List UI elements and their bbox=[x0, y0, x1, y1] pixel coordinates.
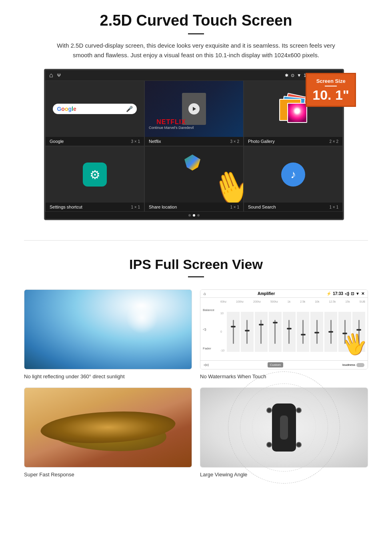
features-grid: No light reflecting under 360° direct su… bbox=[24, 289, 368, 478]
amp-title: Amplifier bbox=[258, 291, 275, 296]
google-bg: Google 🎤 bbox=[46, 81, 144, 137]
share-tile-label: Share location 1 × 1 bbox=[145, 203, 243, 211]
netflix-brand: NETFLIX bbox=[149, 118, 194, 126]
sound-app-name: Sound Search bbox=[248, 205, 276, 209]
car-body bbox=[272, 403, 296, 452]
gallery-tile-label: Photo Gallery 2 × 2 bbox=[244, 137, 342, 146]
car-wheel-rear-right bbox=[296, 442, 302, 448]
netflix-logo-area: NETFLIX Continue Marvel's Daredevil bbox=[149, 118, 194, 130]
settings-icon-circle: ⚙ bbox=[83, 163, 107, 187]
status-bar: ⌂ Ψ ✱ ⊙ ▼ 15:06 ⊡ ◁) ⊠ □ bbox=[45, 70, 343, 80]
maps-icon-wrapper bbox=[184, 155, 200, 171]
dot-2[interactable] bbox=[193, 214, 195, 217]
amp-custom-button[interactable]: Custom bbox=[268, 362, 284, 367]
car-top-view bbox=[268, 399, 300, 456]
amp-home-icon: ⌂ bbox=[204, 291, 206, 296]
amp-label-vol: ◁) bbox=[203, 327, 219, 331]
sound-app-size: 1 × 1 bbox=[329, 205, 338, 209]
settings-tile[interactable]: ⚙ Settings shortcut 1 × 1 bbox=[45, 146, 144, 212]
share-app-size: 1 × 1 bbox=[230, 205, 239, 209]
amplifier-image-box: ⌂ Amplifier ⚡ 17:33 ◁) ⊡ ▼ ✕ bbox=[200, 289, 368, 369]
sunlight-caption: No light reflecting under 360° direct su… bbox=[24, 373, 192, 379]
pagination-dots bbox=[45, 212, 343, 219]
sunlight-flare bbox=[126, 302, 158, 334]
mic-icon[interactable]: 🎤 bbox=[126, 106, 133, 112]
netflix-app-name: Netflix bbox=[149, 139, 161, 144]
amp-vol-icon: ◁) bbox=[345, 291, 349, 296]
amp-label-balance: Balance bbox=[203, 308, 219, 312]
netflix-sub: Continue Marvel's Daredevil bbox=[149, 126, 194, 130]
sound-tile-inner: ♪ bbox=[244, 147, 342, 203]
settings-app-size: 1 × 1 bbox=[131, 205, 140, 209]
cheetah-caption: Super Fast Response bbox=[24, 472, 192, 478]
google-search-bar[interactable]: Google 🎤 bbox=[53, 104, 136, 114]
section1-title: 2.5D Curved Touch Screen bbox=[24, 12, 368, 29]
photo-stack bbox=[279, 95, 307, 123]
car-wheel-front-right bbox=[296, 407, 302, 413]
app-grid: Google 🎤 Google 3 × 1 bbox=[45, 80, 343, 212]
netflix-tile-label: Netflix 3 × 2 bbox=[145, 137, 243, 146]
wifi-icon: ▼ bbox=[297, 73, 301, 78]
google-app-name: Google bbox=[50, 139, 64, 144]
car-roof bbox=[280, 415, 288, 440]
settings-tile-inner: ⚙ bbox=[46, 147, 144, 203]
google-logo: Google bbox=[57, 106, 76, 112]
amp-labels: Balance ◁) Fader bbox=[203, 300, 219, 358]
sound-search-tile[interactable]: ♪ Sound Search 1 × 1 bbox=[244, 146, 343, 212]
amp-wifi-icon: ▼ bbox=[356, 291, 360, 296]
car-wheel-rear-left bbox=[266, 442, 272, 448]
amp-back-icon: ◁◁ bbox=[204, 363, 208, 367]
settings-app-name: Settings shortcut bbox=[50, 205, 82, 209]
badge-divider bbox=[325, 86, 337, 86]
share-app-name: Share location bbox=[149, 205, 177, 209]
google-tile-label: Google 3 × 1 bbox=[46, 137, 144, 146]
usb-icon: Ψ bbox=[57, 73, 61, 78]
car-image-box bbox=[200, 387, 368, 468]
device-mockup: Screen Size 10. 1" ⌂ Ψ ✱ ⊙ ▼ 15:06 ⊡ ◁) … bbox=[44, 69, 348, 220]
section-ips: IPS Full Screen View No light reflecting… bbox=[0, 253, 392, 490]
sunlight-image-box bbox=[24, 289, 192, 369]
sunlight-image bbox=[24, 290, 192, 369]
share-tile-inner: 🤚 bbox=[145, 147, 243, 203]
maps-icon bbox=[184, 155, 200, 171]
netflix-play-button[interactable] bbox=[188, 103, 200, 114]
share-bg: 🤚 bbox=[145, 147, 243, 203]
google-tile[interactable]: Google 🎤 Google 3 × 1 bbox=[45, 80, 144, 146]
toggle-pill bbox=[356, 363, 364, 367]
cheetah-image-box bbox=[24, 387, 192, 468]
flower-image bbox=[288, 104, 306, 122]
badge-size: 10. 1" bbox=[312, 88, 349, 102]
section2-title: IPS Full Screen View bbox=[24, 257, 368, 272]
section-divider bbox=[24, 240, 368, 241]
amp-body: Balance ◁) Fader 60hz100hz200hz500hz1k2.… bbox=[200, 298, 368, 360]
android-screen: ⌂ Ψ ✱ ⊙ ▼ 15:06 ⊡ ◁) ⊠ □ bbox=[44, 69, 344, 220]
amp-cast-icon: ⊡ bbox=[351, 291, 354, 296]
amp-close-icon: ✕ bbox=[361, 291, 364, 296]
music-note-icon: ♪ bbox=[290, 168, 296, 181]
settings-bg: ⚙ bbox=[46, 147, 144, 203]
settings-tile-label: Settings shortcut 1 × 1 bbox=[46, 203, 144, 211]
dot-3[interactable] bbox=[197, 214, 200, 217]
dot-1[interactable] bbox=[188, 214, 191, 217]
netflix-app-size: 3 × 2 bbox=[230, 139, 239, 144]
gallery-app-size: 2 × 2 bbox=[329, 139, 338, 144]
status-bar-left: ⌂ Ψ bbox=[49, 72, 61, 79]
feature-car: Large Viewing Angle bbox=[200, 387, 368, 478]
feature-cheetah: Super Fast Response bbox=[24, 387, 192, 478]
share-location-tile[interactable]: 🤚 Share location 1 × 1 bbox=[144, 146, 244, 212]
car-image bbox=[200, 388, 368, 467]
sound-bg: ♪ bbox=[244, 147, 342, 203]
gear-icon: ⚙ bbox=[90, 168, 100, 182]
netflix-bg: NETFLIX Continue Marvel's Daredevil bbox=[145, 81, 243, 137]
home-icon[interactable]: ⌂ bbox=[49, 72, 53, 79]
netflix-tile[interactable]: NETFLIX Continue Marvel's Daredevil Netf… bbox=[144, 80, 244, 146]
amp-loudness-label: loudness bbox=[342, 363, 355, 367]
sound-icon-circle: ♪ bbox=[281, 163, 305, 187]
sound-tile-label: Sound Search 1 × 1 bbox=[244, 203, 342, 211]
cheetah-image bbox=[24, 388, 192, 467]
badge-label: Screen Size bbox=[312, 78, 349, 84]
amp-loudness-toggle[interactable]: loudness bbox=[342, 363, 364, 367]
title-underline bbox=[188, 33, 204, 34]
amp-time: 17:33 bbox=[333, 291, 343, 296]
amp-header: ⌂ Amplifier ⚡ 17:33 ◁) ⊡ ▼ ✕ bbox=[200, 290, 368, 298]
